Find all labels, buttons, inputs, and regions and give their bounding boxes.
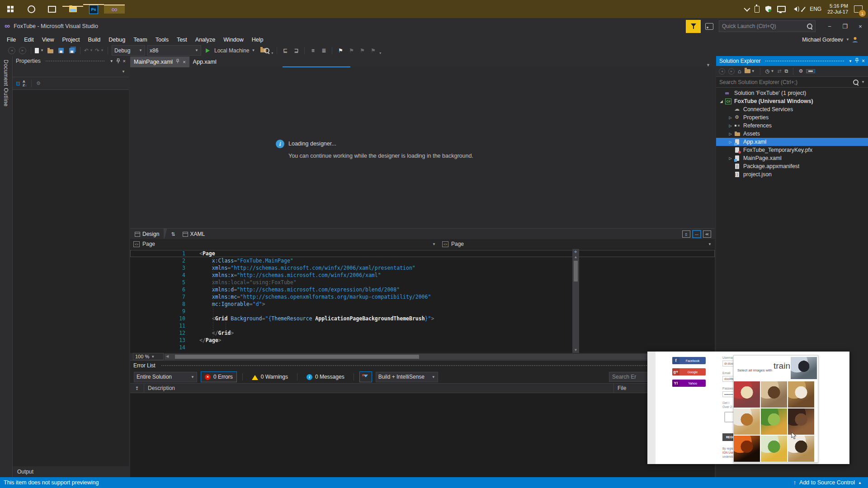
zoom-level-dropdown[interactable]: 100 % ▼ [133,353,164,360]
properties-icon[interactable]: ⚙ [798,68,803,74]
swap-panes-icon[interactable]: ⇅ [168,231,178,237]
cortana-icon[interactable] [21,5,42,13]
vertical-scrollbar[interactable]: ✛ ▲ ▼ [572,249,579,353]
feedback-filter-button[interactable] [686,20,701,33]
code-line-11[interactable]: 11 [130,322,715,329]
navigate-backward-button[interactable]: ◂ [7,46,16,55]
tree-item-mainpage-xaml[interactable]: ▷MainPage.xaml [716,154,868,162]
preview-selected-items-button[interactable] [806,69,815,73]
close-icon[interactable]: × [123,58,126,64]
collapsed-arrow-icon[interactable]: ▷ [727,140,734,144]
minimize-button[interactable]: − [822,20,837,33]
tree-item-connected-services[interactable]: Connected Services [716,105,868,113]
collapsed-arrow-icon[interactable]: ▷ [727,116,734,120]
code-line-3[interactable]: 3 xmlns="http://schemas.microsoft.com/wi… [130,264,715,272]
categorized-view-button[interactable] [16,82,20,85]
yahoo-login-button[interactable]: Y!Yahoo [672,380,706,387]
quick-launch-input[interactable]: Quick Launch (Ctrl+Q) [719,20,816,32]
design-view-tab[interactable]: Design [130,229,164,239]
menu-analyze[interactable]: Analyze [191,37,219,43]
task-view-icon[interactable] [42,6,62,13]
network-display-icon[interactable] [777,6,786,12]
code-line-10[interactable]: 10 <Grid Background="{ThemeResource Appl… [130,315,715,322]
next-bookmark-button[interactable]: ⚑ [358,46,367,55]
errors-filter-button[interactable]: × 0 Errors [201,371,237,382]
clear-bookmarks-button[interactable]: ⚑ [368,46,377,55]
captcha-tile-pancakes-and-coffee[interactable] [788,381,814,408]
add-item-button[interactable] [46,46,55,55]
severity-column-header[interactable]: ❢ [130,386,144,391]
code-line-13[interactable]: 13</Page> [130,337,715,344]
xaml-code-editor[interactable]: 1<Page2 x:Class="FoxTube.MainPage"3 xmln… [130,249,715,353]
tree-item-properties[interactable]: ▷Properties [716,113,868,122]
solution-explorer-title-bar[interactable]: Solution Explorer ▼ × [716,56,868,66]
code-line-7[interactable]: 7 xmlns:mc="http://schemas.openxmlformat… [130,293,715,300]
chevron-down-icon[interactable]: ▼ [849,59,852,63]
pin-tab-icon[interactable] [176,59,179,65]
language-indicator[interactable]: ENG [810,6,821,12]
tree-item-project-json[interactable]: project.json [716,170,868,178]
chevron-down-icon[interactable]: ▼ [110,59,113,63]
file-column-header[interactable]: File [614,385,626,391]
tray-chevron-icon[interactable] [744,5,750,12]
pending-changes-filter-icon[interactable]: ◷▼ [765,68,774,74]
messages-filter-button[interactable]: i 0 Messages [303,372,348,382]
captcha-tile-breakfast-plate[interactable] [734,408,760,435]
menu-edit[interactable]: Edit [20,37,38,43]
code-line-6[interactable]: 6 xmlns:d="http://schemas.microsoft.com/… [130,286,715,293]
code-line-8[interactable]: 8 mc:Ignorable="d"> [130,300,715,308]
error-source-dropdown[interactable]: Build + IntelliSense▼ [376,372,438,382]
redo-button[interactable]: ↷▼ [95,46,104,55]
error-scope-dropdown[interactable]: Entire Solution▼ [134,372,197,382]
clock[interactable]: 5:16 PM 22-Jul-17 [827,3,848,15]
document-well-dropdown-icon[interactable]: ▼ [706,63,715,67]
properties-panel-title-bar[interactable]: Properties ▼ × [13,56,129,66]
horizontal-split-button[interactable]: — [693,230,701,238]
solution-explorer-search-input[interactable]: Search Solution Explorer (Ctrl+;) ▼ [716,77,868,88]
filter-button[interactable] [359,371,372,382]
collapsed-arrow-icon[interactable]: ▷ [727,156,734,160]
uncomment-lines-button[interactable]: ⊒ [292,46,301,55]
horizontal-scrollbar[interactable]: ◀ [165,354,714,360]
property-pages-icon[interactable]: ⚙ [36,80,41,86]
refresh-icon[interactable]: ⇄ [777,68,781,74]
alphabetical-sort-button[interactable]: AZ↓ [23,80,27,87]
tree-item-foxtube-universal-windows[interactable]: ◢FoxTube (Universal Windows) [716,97,868,105]
increase-indent-button[interactable]: ≣ [319,46,328,55]
code-line-2[interactable]: 2 x:Class="FoxTube.MainPage" [130,257,715,264]
code-line-5[interactable]: 5 xmlns:local="using:FoxTube" [130,279,715,286]
warnings-filter-button[interactable]: 0 Warnings [248,372,292,382]
collapsed-arrow-icon[interactable]: ▷ [727,124,734,128]
output-panel-tab[interactable]: Output [13,469,38,475]
element-dropdown-left[interactable]: <> Page ▼ [130,239,439,249]
properties-object-dropdown[interactable]: ▼ [13,66,129,77]
toolbar-overflow-icon[interactable]: ▾ [379,51,381,56]
tab-app-xaml[interactable]: App.xaml [189,56,220,67]
user-account-area[interactable]: Michael Gordeev ▼ [802,37,868,43]
scroll-left-icon[interactable]: ◀ [166,354,169,359]
previous-bookmark-button[interactable]: ⚑ [347,46,356,55]
facebook-login-button[interactable]: fFacebook [672,357,706,364]
menu-file[interactable]: File [3,37,20,43]
solution-platform-dropdown[interactable]: x86▼ [147,45,201,56]
toolbar-overflow-icon[interactable]: ▾ [271,51,273,56]
volume-icon[interactable] [792,7,797,11]
code-line-4[interactable]: 4 xmlns:x="http://schemas.microsoft.com/… [130,272,715,279]
tree-item-foxtube-temporarykey-pfx[interactable]: FoxTube_TemporaryKey.pfx [716,146,868,154]
pin-icon[interactable] [116,58,120,64]
solution-configuration-dropdown[interactable]: Debug▼ [112,45,145,56]
error-list-title-bar[interactable]: Error List [130,361,715,371]
captcha-tile-salt-lamp-bowl[interactable] [734,436,760,462]
forward-icon[interactable]: ▸ [728,68,735,75]
tree-item-references[interactable]: ▷References [716,122,868,130]
expanded-arrow-icon[interactable]: ◢ [718,99,725,103]
xaml-view-tab[interactable]: XAML [178,229,210,239]
scroll-up-icon[interactable]: ▲ [575,254,577,260]
photoshop-icon[interactable]: Ps [83,4,104,14]
tab-mainpage-xaml[interactable]: MainPage.xaml × [130,56,189,67]
element-dropdown-right[interactable]: <> Page ▼ [439,239,715,249]
code-line-9[interactable]: 9 [130,308,715,315]
usb-device-icon[interactable] [755,6,760,13]
vertical-split-button[interactable]: ▯ [682,230,690,238]
close-tab-icon[interactable]: × [183,59,185,65]
